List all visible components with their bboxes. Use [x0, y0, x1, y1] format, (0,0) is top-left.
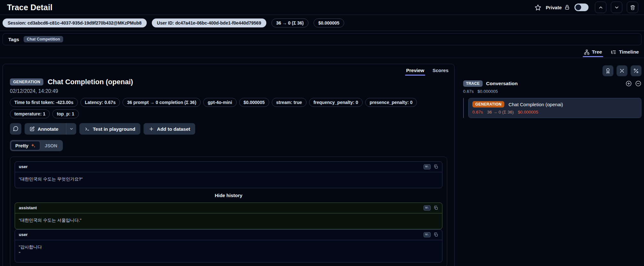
action-buttons-row: Annotate Test in playground	[3, 118, 454, 135]
collapse-icon	[619, 68, 625, 74]
annotate-button[interactable]: Annotate	[25, 123, 63, 135]
user-id-badge[interactable]: User ID: dc47a41e-06bc-400d-bde1-f0e440d…	[152, 18, 266, 27]
add-to-dataset-button[interactable]: Add to dataset	[144, 123, 195, 135]
message-role-label: assistant	[19, 205, 37, 210]
metric-pills: Time to first token: -423.00sLatency: 0.…	[3, 94, 454, 118]
metric-pill: top_p: 1	[52, 109, 78, 118]
message-header: user M↓	[15, 162, 442, 172]
generation-latency: 0.67s	[472, 110, 483, 115]
message-header-icons: M↓	[424, 205, 438, 211]
trace-metrics: 0.67s $0.000005	[463, 89, 641, 94]
annotate-dropdown-button[interactable]	[66, 123, 76, 135]
message-block: assistant M↓ "대한민국의 수도는 서울입니다."	[15, 203, 442, 229]
dataset-label: Add to dataset	[157, 126, 190, 132]
observation-header: GENERATION Chat Completion (openai)	[3, 76, 454, 86]
message-content: "감사합니다 "	[15, 240, 442, 262]
generation-node-metrics: 0.67s 36 → 0 (Σ 36) $0.000005	[472, 110, 637, 115]
copy-icon[interactable]	[433, 205, 438, 210]
markdown-toggle-icon[interactable]: M↓	[424, 232, 431, 237]
generation-cost: $0.000005	[518, 110, 538, 115]
session-badge[interactable]: Session: cd3abcd6-c81c-4037-935d-19d9f27…	[3, 18, 147, 27]
chevron-down-icon	[614, 5, 619, 10]
metric-pill: $0.000005	[239, 98, 269, 107]
metric-pill: temperature: 1	[10, 109, 50, 118]
generation-node-selected[interactable]: GENERATION Chat Completion (openai) 0.67…	[468, 98, 641, 118]
tab-timeline[interactable]: Timeline	[611, 49, 639, 58]
generation-tokens: 36 → 0 (Σ 36)	[487, 110, 514, 115]
top-bar: Trace Detail Private	[0, 0, 644, 15]
toggle-knob	[575, 4, 581, 10]
expand-all-button[interactable]	[625, 80, 632, 87]
generation-node-title: Chat Completion (openai)	[508, 102, 563, 107]
percent-icon	[633, 68, 639, 74]
plus-circle-icon	[625, 80, 632, 87]
minus-circle-icon	[635, 80, 641, 87]
tab-scores[interactable]: Scores	[433, 68, 448, 76]
observation-panel: Preview Scores GENERATION Chat Completio…	[3, 64, 455, 266]
copy-icon[interactable]	[433, 164, 438, 169]
chevron-up-icon	[598, 5, 603, 10]
chevron-down-icon	[69, 127, 74, 131]
metrics-toggle-button[interactable]	[631, 65, 641, 76]
next-trace-button[interactable]	[611, 2, 622, 13]
collapse-tree-button[interactable]	[635, 80, 641, 87]
trace-cost: $0.000005	[477, 89, 498, 94]
comments-button[interactable]	[10, 123, 21, 135]
markdown-toggle-icon[interactable]: M↓	[424, 164, 431, 169]
tree-expand-controls	[625, 80, 641, 87]
tab-tree-label: Tree	[592, 49, 602, 55]
format-json-segment[interactable]: JSON	[40, 141, 62, 150]
format-pretty-segment[interactable]: Pretty	[11, 141, 40, 150]
privacy-status: Private	[546, 4, 570, 10]
copy-icon[interactable]	[433, 232, 438, 237]
tab-timeline-label: Timeline	[619, 49, 639, 55]
tab-preview[interactable]: Preview	[406, 68, 424, 76]
observation-timestamp: 02/12/2024, 14:20:49	[3, 86, 454, 94]
public-toggle[interactable]	[574, 4, 588, 11]
page-title: Trace Detail	[7, 3, 53, 12]
tab-tree[interactable]: Tree	[584, 49, 602, 58]
trash-icon	[630, 5, 635, 10]
generation-type-badge: GENERATION	[10, 78, 43, 85]
trace-latency: 0.67s	[463, 89, 474, 94]
trace-type-badge: TRACE	[463, 80, 483, 87]
tag-badge[interactable]: Chat Competition	[24, 36, 63, 42]
cost-pill: $0.000005	[314, 18, 344, 27]
message-block: user M↓ "감사합니다 "	[15, 229, 442, 263]
metric-pill: frequency_penalty: 0	[309, 98, 363, 107]
message-header: assistant M↓	[15, 203, 442, 213]
hide-history-button[interactable]: Hide history	[15, 193, 442, 198]
tags-label: Tags	[8, 37, 19, 42]
observation-title: Chat Completion (openai)	[48, 78, 133, 86]
terminal-icon	[85, 126, 90, 132]
lock-icon	[564, 4, 570, 10]
delete-trace-button[interactable]	[627, 2, 638, 13]
view-tabs: Tree Timeline	[0, 45, 644, 58]
message-header-icons: M↓	[424, 164, 438, 169]
content-area: Preview Scores GENERATION Chat Completio…	[0, 58, 644, 266]
playground-label: Test in playground	[93, 126, 135, 132]
format-toggle: Pretty JSON	[10, 140, 63, 151]
annotate-split-button[interactable]: Annotate	[25, 123, 76, 135]
metric-pill: 36 prompt → 0 completion (Σ 36)	[122, 98, 201, 107]
collapse-all-button[interactable]	[617, 65, 627, 76]
test-in-playground-button[interactable]: Test in playground	[79, 123, 140, 135]
metric-pill: gpt-4o-mini	[203, 98, 236, 107]
chat-bubble-icon	[13, 126, 19, 132]
tree-toolbar	[463, 65, 641, 76]
message-role-label: user	[19, 164, 27, 169]
award-icon	[605, 68, 611, 74]
markdown-toggle-icon[interactable]: M↓	[424, 205, 431, 211]
plus-icon	[149, 126, 154, 132]
previous-trace-button[interactable]	[595, 2, 606, 13]
bookmark-star-button[interactable]	[535, 4, 541, 11]
message-header: user M↓	[15, 230, 442, 240]
scores-toggle-button[interactable]	[603, 65, 613, 76]
privacy-label: Private	[546, 5, 562, 10]
sparkles-icon	[31, 143, 36, 148]
tags-container: Tags Chat Competition	[3, 33, 641, 45]
trace-root-row[interactable]: TRACE Conversation	[463, 80, 641, 87]
trace-tree-panel: TRACE Conversation 0.67s	[455, 58, 644, 118]
metric-pill: presence_penalty: 0	[365, 98, 417, 107]
top-bar-actions: Private	[535, 2, 638, 13]
